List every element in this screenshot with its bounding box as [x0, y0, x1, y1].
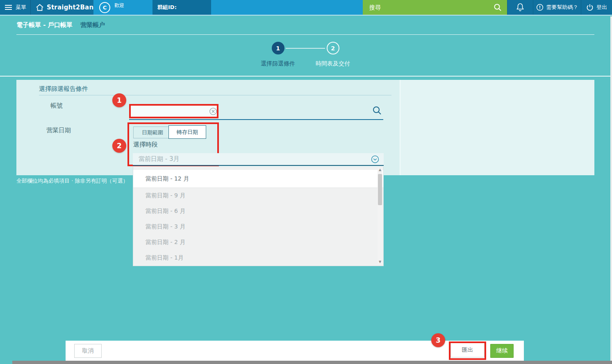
scrollbar-up-arrow-icon[interactable]: ▲	[378, 167, 382, 172]
panel-heading: 選擇篩選報告條件	[39, 85, 88, 93]
cancel-button[interactable]: 取消	[74, 344, 102, 358]
clear-input-icon[interactable]	[209, 107, 218, 116]
global-search-bar[interactable]	[363, 0, 507, 15]
chevron-down-icon[interactable]	[371, 155, 380, 164]
dropdown-option-1-month[interactable]: 當前日期 - 1月	[133, 250, 383, 266]
filter-criteria-panel: 選擇篩選報告條件 帳號 营業日期 日期範圍 轉存日期 選擇時段 當前日期 - 3…	[16, 80, 594, 175]
annotation-badge-3: 3	[431, 333, 445, 347]
section-divider	[0, 76, 612, 77]
dropdown-option-12-months[interactable]: 當前日期 - 12 月	[133, 170, 383, 188]
account-number-field-highlight	[129, 104, 218, 118]
step-1-circle: 1	[272, 42, 284, 54]
dropdown-option-2-months[interactable]: 當前日期 - 2 月	[133, 235, 383, 250]
dropdown-top-padding	[133, 167, 383, 170]
user-welcome-section[interactable]: C 歡迎	[93, 0, 152, 15]
bell-icon	[516, 3, 524, 12]
group-id-label: 群組ID:	[157, 4, 177, 11]
step-2-label: 時間表及交付	[316, 60, 350, 68]
help-button[interactable]: 需要幫助碼？	[533, 0, 581, 15]
panel-right-area	[400, 80, 594, 175]
dropdown-option-3-months[interactable]: 當前日期 - 3 月	[133, 219, 383, 235]
step-1-label: 選擇篩選條件	[261, 60, 295, 68]
continue-button[interactable]: 继续	[490, 344, 514, 358]
dropdown-scrollbar[interactable]: ▲ ▼	[378, 167, 382, 265]
period-dropdown-list: 當前日期 - 12 月 當前日期 - 9 月 當前日期 - 6 月 當前日期 -…	[133, 167, 384, 266]
group-id-section: 群組ID:	[152, 0, 211, 15]
home-brand-button[interactable]: Straight2Bank	[31, 0, 93, 15]
top-navigation-bar: 菜單 Straight2Bank C 歡迎 群組ID:	[0, 0, 612, 16]
period-dropdown[interactable]: 當前日期 - 3月	[133, 153, 384, 166]
user-avatar[interactable]: C	[99, 2, 110, 13]
brand-name: Straight2Bank	[47, 4, 98, 11]
breadcrumb-secondary: 营業帳户	[80, 21, 105, 29]
dropdown-option-9-months[interactable]: 當前日期 - 9 月	[133, 188, 383, 203]
logout-label: 登出	[596, 4, 607, 11]
annotation-badge-2: 2	[112, 139, 126, 153]
help-icon	[536, 4, 544, 11]
window-bottom-edge	[12, 361, 612, 364]
scrollbar-thumb[interactable]	[378, 174, 382, 205]
scrollbar-down-arrow-icon[interactable]: ▼	[378, 260, 382, 265]
logout-button[interactable]: 登出	[581, 0, 612, 15]
account-field-underline	[129, 119, 383, 120]
tab-date-range[interactable]: 日期範圍	[133, 127, 172, 138]
welcome-label: 歡迎	[114, 2, 124, 9]
dropdown-option-6-months[interactable]: 當前日期 - 6 月	[133, 203, 383, 219]
step-2-circle: 2	[327, 42, 339, 54]
window-right-edge	[610, 16, 612, 361]
search-icon[interactable]	[493, 3, 502, 12]
step-2-schedule-delivery[interactable]: 2 時間表及交付	[305, 42, 360, 68]
business-date-label: 营業日期	[46, 127, 71, 134]
hamburger-icon	[5, 5, 12, 10]
notifications-button[interactable]	[507, 0, 533, 15]
straight2bank-page: 菜單 Straight2Bank C 歡迎 群組ID:	[0, 0, 612, 364]
menu-label: 菜單	[16, 4, 26, 11]
breadcrumb-divider	[16, 34, 594, 35]
step-1-filter-criteria[interactable]: 1 選擇篩選條件	[250, 42, 305, 68]
export-button-highlight	[449, 341, 486, 360]
period-dropdown-value: 當前日期 - 3月	[139, 155, 371, 163]
account-number-input[interactable]	[131, 106, 209, 117]
tab-transfer-date[interactable]: 轉存日期	[168, 125, 206, 139]
power-icon	[586, 4, 594, 11]
panel-heading-divider	[39, 95, 391, 95]
home-icon	[36, 4, 44, 11]
select-period-label: 選擇時段	[133, 141, 158, 149]
breadcrumb: 電子帳單 - 戶口帳單 营業帳户	[16, 21, 105, 29]
search-input[interactable]	[369, 4, 493, 11]
breadcrumb-primary[interactable]: 電子帳單 - 戶口帳單	[16, 21, 73, 29]
account-search-icon[interactable]	[372, 106, 382, 115]
account-number-label: 帳號	[50, 102, 63, 110]
required-fields-note: 全部欄位均為必填項目 · 除非另有訂明（可選）	[16, 177, 128, 185]
menu-button[interactable]: 菜單	[0, 0, 31, 15]
help-label: 需要幫助碼？	[546, 4, 578, 11]
annotation-badge-1: 1	[112, 93, 126, 107]
topbar-spacer	[211, 0, 363, 15]
